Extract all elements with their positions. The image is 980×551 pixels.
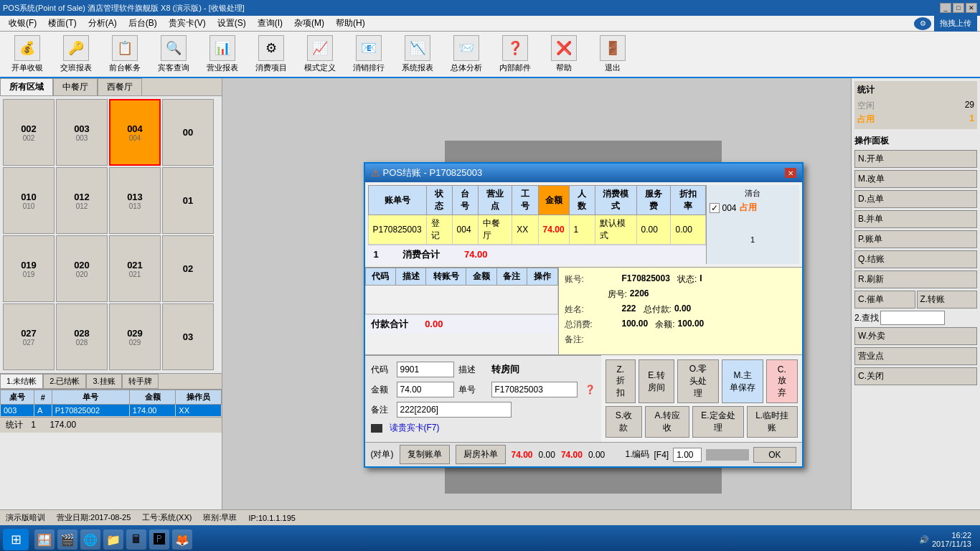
save-main-btn[interactable]: M.主单保存 [722, 359, 763, 403]
menu-query[interactable]: 查询(I) [252, 16, 288, 31]
taskbar-icon-5[interactable]: 🖩 [126, 529, 146, 550]
action-row2: S.收款 A.转应收 E.定金处理 L.临时挂账 [606, 406, 798, 438]
search-input[interactable] [880, 311, 945, 325]
note-input[interactable] [397, 402, 512, 418]
temp-credit-btn[interactable]: L.临时挂账 [747, 406, 798, 438]
tab-chinese[interactable]: 中餐厅 [53, 78, 98, 95]
toolbar-help[interactable]: ❌ 帮助 [542, 35, 585, 73]
ops-bill[interactable]: P.账单 [854, 230, 977, 248]
upload-btn[interactable]: 拖拽上传 [934, 16, 977, 32]
items-icon: ⚙ [258, 35, 284, 61]
table-010[interactable]: 010010 [3, 167, 55, 234]
card-reader-btn[interactable]: 读贵宾卡(F7) [390, 422, 440, 434]
round-btn[interactable]: O.零头处理 [677, 359, 719, 403]
copy-order-btn[interactable]: 复制账单 [400, 445, 450, 464]
table-01b[interactable]: 01 [162, 167, 214, 234]
taskbar-icon-3[interactable]: 🌐 [80, 529, 100, 550]
ops-new-order[interactable]: N.开单 [854, 150, 977, 168]
table-019[interactable]: 019019 [3, 235, 55, 302]
ops-checkout[interactable]: Q.结账 [854, 250, 977, 268]
transfer-room-btn[interactable]: E.转房间 [639, 359, 674, 403]
toolbar-shift-report[interactable]: 🔑 交班报表 [55, 35, 98, 73]
toolbar-ranking[interactable]: 📧 消销排行 [347, 35, 390, 73]
table-004[interactable]: 004004 [109, 99, 161, 166]
discount-btn[interactable]: Z.折扣 [606, 359, 636, 403]
ops-transfer[interactable]: Z.转账 [917, 291, 978, 309]
taskbar-icon-2[interactable]: 🎬 [57, 529, 77, 550]
modal-close-btn[interactable]: ✕ [785, 168, 796, 178]
ok-btn[interactable]: OK [753, 447, 796, 463]
toolbar-exit[interactable]: 🚪 退出 [591, 35, 634, 73]
deposit-btn[interactable]: E.定金处理 [692, 406, 744, 438]
table-row[interactable]: 003 A P170825002 174.00 XX [1, 405, 222, 417]
cancel-btn[interactable]: C.放弃 [766, 359, 797, 403]
cell-table: 004 [452, 215, 479, 245]
table-027[interactable]: 027027 [3, 303, 55, 370]
toolbar-email[interactable]: ❓ 内部邮件 [494, 35, 537, 73]
table-013[interactable]: 013013 [109, 167, 161, 234]
ops-edit-order[interactable]: M.改单 [854, 170, 977, 188]
table-002[interactable]: 002002 [3, 99, 55, 166]
ops-close[interactable]: C.关闭 [854, 367, 977, 385]
tab-credit[interactable]: 3.挂账 [86, 374, 121, 389]
menu-vip[interactable]: 贵宾卡(V) [163, 16, 212, 31]
menu-floor[interactable]: 楼面(T) [42, 16, 82, 31]
table-020[interactable]: 020020 [56, 235, 108, 302]
table-checkbox[interactable]: ✓ [710, 203, 720, 213]
help-circle-icon[interactable]: ❓ [585, 385, 595, 395]
transfer-receivable-btn[interactable]: A.转应收 [645, 406, 689, 438]
minimize-btn[interactable]: _ [940, 3, 951, 13]
tab-paid[interactable]: 2.已结帐 [43, 374, 86, 389]
ops-refresh[interactable]: R.刷新 [854, 270, 977, 288]
warning-icon: ⚠ [371, 167, 380, 179]
toolbar-sales-report[interactable]: 📊 营业报表 [201, 35, 244, 73]
table-012[interactable]: 012012 [56, 167, 108, 234]
ops-business-point[interactable]: 营业点 [854, 347, 977, 365]
f4-input[interactable] [673, 448, 702, 462]
taskbar-icon-4[interactable]: 📁 [103, 529, 123, 550]
tab-transfer[interactable]: 转手牌 [122, 374, 159, 389]
table-03b[interactable]: 03 [162, 303, 214, 370]
table-02b[interactable]: 02 [162, 235, 214, 302]
table-028[interactable]: 028028 [56, 303, 108, 370]
start-button[interactable]: ⊞ [3, 529, 29, 550]
modal-order-row[interactable]: P170825003 登记 004 中餐厅 XX 74.00 1 默认模式 0. [368, 215, 705, 245]
menu-settings[interactable]: 设置(S) [212, 16, 252, 31]
table-003[interactable]: 003003 [56, 99, 108, 166]
code-input[interactable] [397, 362, 454, 377]
amount-input[interactable] [397, 382, 454, 397]
collect-btn[interactable]: S.收款 [606, 406, 643, 438]
taskbar-icon-1[interactable]: 🪟 [34, 529, 55, 550]
ops-urge[interactable]: C.催单 [854, 291, 915, 309]
close-btn[interactable]: ✕ [966, 3, 977, 13]
ops-takeout[interactable]: W.外卖 [854, 327, 977, 345]
menu-help[interactable]: 帮助(H) [330, 16, 371, 31]
tab-all-areas[interactable]: 所有区域 [0, 78, 53, 95]
f4-slider[interactable] [706, 449, 749, 461]
toolbar-items[interactable]: ⚙ 消费项目 [250, 35, 293, 73]
taskbar-icon-7[interactable]: 🦊 [172, 529, 192, 550]
menu-backend[interactable]: 后台(B) [123, 16, 163, 31]
table-status-badge: 占用 [740, 202, 757, 214]
toolbar-mode[interactable]: 📈 模式定义 [298, 35, 341, 73]
menu-misc[interactable]: 杂项(M) [288, 16, 330, 31]
menu-cashier[interactable]: 收银(F) [3, 16, 42, 31]
menu-analysis[interactable]: 分析(A) [83, 16, 123, 31]
ops-merge[interactable]: B.并单 [854, 210, 977, 228]
toolbar-sys-report[interactable]: 📉 系统报表 [396, 35, 439, 73]
maximize-btn[interactable]: □ [953, 3, 964, 13]
table-021[interactable]: 021021 [109, 235, 161, 302]
tab-western[interactable]: 西餐厅 [98, 78, 142, 95]
taskbar-icon-6[interactable]: 🅿 [149, 529, 169, 550]
toolbar-front-desk[interactable]: 📋 前台帐务 [103, 35, 146, 73]
table-029[interactable]: 029029 [109, 303, 161, 370]
toolbar-cashier[interactable]: 💰 开单收银 [6, 35, 49, 73]
table-00b[interactable]: 00 [162, 99, 214, 166]
ops-add-item[interactable]: D.点单 [854, 190, 977, 208]
table-checkbox-item[interactable]: ✓ 004 占用 [710, 202, 796, 214]
tab-unpaid[interactable]: 1.未结帐 [0, 374, 43, 389]
toolbar-guest-query[interactable]: 🔍 宾客查询 [152, 35, 195, 73]
toolbar-analysis[interactable]: 📨 总体分析 [445, 35, 488, 73]
order-input[interactable] [491, 382, 578, 397]
kitchen-supplement-btn[interactable]: 厨房补单 [456, 445, 506, 464]
